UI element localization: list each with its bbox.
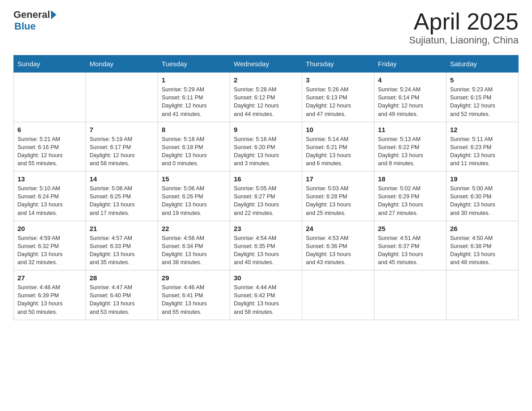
- day-sun-info: Sunrise: 5:06 AM Sunset: 6:26 PM Dayligh…: [162, 184, 226, 217]
- calendar-cell: 11Sunrise: 5:13 AM Sunset: 6:22 PM Dayli…: [374, 122, 446, 171]
- calendar-cell: 21Sunrise: 4:57 AM Sunset: 6:33 PM Dayli…: [86, 221, 158, 270]
- day-number: 3: [306, 76, 370, 84]
- day-number: 20: [17, 225, 82, 232]
- calendar-cell: 28Sunrise: 4:47 AM Sunset: 6:40 PM Dayli…: [86, 270, 158, 320]
- day-number: 9: [234, 126, 298, 133]
- calendar-cell: 30Sunrise: 4:44 AM Sunset: 6:42 PM Dayli…: [230, 270, 302, 320]
- day-number: 12: [450, 126, 515, 133]
- day-sun-info: Sunrise: 5:21 AM Sunset: 6:16 PM Dayligh…: [17, 135, 82, 168]
- calendar-cell: [446, 270, 519, 320]
- calendar-cell: 2Sunrise: 5:28 AM Sunset: 6:12 PM Daylig…: [230, 73, 302, 122]
- calendar-week-row: 20Sunrise: 4:59 AM Sunset: 6:32 PM Dayli…: [14, 221, 519, 270]
- day-number: 24: [306, 225, 370, 232]
- day-sun-info: Sunrise: 4:56 AM Sunset: 6:34 PM Dayligh…: [162, 234, 226, 267]
- day-sun-info: Sunrise: 4:57 AM Sunset: 6:33 PM Dayligh…: [90, 234, 154, 267]
- day-number: 8: [162, 126, 226, 133]
- day-sun-info: Sunrise: 4:47 AM Sunset: 6:40 PM Dayligh…: [90, 283, 154, 316]
- calendar-week-row: 1Sunrise: 5:29 AM Sunset: 6:11 PM Daylig…: [14, 73, 519, 122]
- logo: General Blue: [13, 9, 57, 32]
- calendar-cell: 15Sunrise: 5:06 AM Sunset: 6:26 PM Dayli…: [158, 171, 230, 221]
- day-number: 5: [450, 76, 515, 84]
- calendar-cell: 23Sunrise: 4:54 AM Sunset: 6:35 PM Dayli…: [230, 221, 302, 270]
- day-sun-info: Sunrise: 5:28 AM Sunset: 6:12 PM Dayligh…: [234, 86, 298, 118]
- day-number: 6: [17, 126, 82, 133]
- day-number: 2: [234, 76, 298, 84]
- calendar-subtitle: Sujiatun, Liaoning, China: [409, 34, 519, 46]
- calendar-cell: [86, 73, 158, 122]
- column-header-thursday: Thursday: [302, 56, 374, 73]
- calendar-cell: 12Sunrise: 5:11 AM Sunset: 6:23 PM Dayli…: [446, 122, 519, 171]
- logo-blue-text: Blue: [14, 21, 36, 32]
- calendar-cell: 1Sunrise: 5:29 AM Sunset: 6:11 PM Daylig…: [158, 73, 230, 122]
- calendar-cell: 7Sunrise: 5:19 AM Sunset: 6:17 PM Daylig…: [86, 122, 158, 171]
- column-header-sunday: Sunday: [14, 56, 86, 73]
- day-sun-info: Sunrise: 5:03 AM Sunset: 6:28 PM Dayligh…: [306, 184, 370, 217]
- day-number: 22: [162, 225, 226, 232]
- calendar-cell: 25Sunrise: 4:51 AM Sunset: 6:37 PM Dayli…: [374, 221, 446, 270]
- calendar-cell: 19Sunrise: 5:00 AM Sunset: 6:30 PM Dayli…: [446, 171, 519, 221]
- calendar-cell: 5Sunrise: 5:23 AM Sunset: 6:15 PM Daylig…: [446, 73, 519, 122]
- day-sun-info: Sunrise: 4:54 AM Sunset: 6:35 PM Dayligh…: [234, 234, 298, 267]
- column-header-tuesday: Tuesday: [158, 56, 230, 73]
- calendar-week-row: 13Sunrise: 5:10 AM Sunset: 6:24 PM Dayli…: [14, 171, 519, 221]
- calendar-cell: 20Sunrise: 4:59 AM Sunset: 6:32 PM Dayli…: [14, 221, 86, 270]
- page-header: General Blue April 2025 Sujiatun, Liaoni…: [13, 9, 519, 46]
- day-number: 29: [162, 274, 226, 282]
- calendar-week-row: 27Sunrise: 4:48 AM Sunset: 6:39 PM Dayli…: [14, 270, 519, 320]
- calendar-cell: 16Sunrise: 5:05 AM Sunset: 6:27 PM Dayli…: [230, 171, 302, 221]
- calendar-cell: 14Sunrise: 5:08 AM Sunset: 6:25 PM Dayli…: [86, 171, 158, 221]
- calendar-cell: [14, 73, 86, 122]
- day-number: 15: [162, 175, 226, 183]
- day-sun-info: Sunrise: 5:05 AM Sunset: 6:27 PM Dayligh…: [234, 184, 298, 217]
- calendar-cell: 17Sunrise: 5:03 AM Sunset: 6:28 PM Dayli…: [302, 171, 374, 221]
- day-sun-info: Sunrise: 5:14 AM Sunset: 6:21 PM Dayligh…: [306, 135, 370, 168]
- day-number: 14: [90, 175, 154, 183]
- calendar-title: April 2025: [409, 9, 519, 34]
- day-sun-info: Sunrise: 5:26 AM Sunset: 6:13 PM Dayligh…: [306, 86, 370, 118]
- title-block: April 2025 Sujiatun, Liaoning, China: [409, 9, 519, 46]
- calendar-cell: 29Sunrise: 4:46 AM Sunset: 6:41 PM Dayli…: [158, 270, 230, 320]
- day-sun-info: Sunrise: 5:10 AM Sunset: 6:24 PM Dayligh…: [17, 184, 82, 217]
- day-sun-info: Sunrise: 5:13 AM Sunset: 6:22 PM Dayligh…: [378, 135, 442, 168]
- calendar-cell: 9Sunrise: 5:16 AM Sunset: 6:20 PM Daylig…: [230, 122, 302, 171]
- day-sun-info: Sunrise: 4:50 AM Sunset: 6:38 PM Dayligh…: [450, 234, 515, 267]
- day-number: 16: [234, 175, 298, 183]
- logo-arrow-icon: [51, 10, 56, 19]
- day-sun-info: Sunrise: 5:29 AM Sunset: 6:11 PM Dayligh…: [162, 86, 226, 118]
- day-sun-info: Sunrise: 5:24 AM Sunset: 6:14 PM Dayligh…: [378, 86, 442, 118]
- day-sun-info: Sunrise: 5:02 AM Sunset: 6:29 PM Dayligh…: [378, 184, 442, 217]
- day-number: 10: [306, 126, 370, 133]
- calendar-cell: 10Sunrise: 5:14 AM Sunset: 6:21 PM Dayli…: [302, 122, 374, 171]
- calendar-cell: 6Sunrise: 5:21 AM Sunset: 6:16 PM Daylig…: [14, 122, 86, 171]
- calendar-cell: 27Sunrise: 4:48 AM Sunset: 6:39 PM Dayli…: [14, 270, 86, 320]
- day-sun-info: Sunrise: 4:44 AM Sunset: 6:42 PM Dayligh…: [234, 283, 298, 316]
- day-number: 25: [378, 225, 442, 232]
- logo-general-text: General: [13, 9, 50, 21]
- calendar-cell: 8Sunrise: 5:18 AM Sunset: 6:18 PM Daylig…: [158, 122, 230, 171]
- day-sun-info: Sunrise: 4:51 AM Sunset: 6:37 PM Dayligh…: [378, 234, 442, 267]
- column-header-saturday: Saturday: [446, 56, 519, 73]
- day-number: 4: [378, 76, 442, 84]
- calendar-cell: [374, 270, 446, 320]
- day-number: 7: [90, 126, 154, 133]
- day-number: 26: [450, 225, 515, 232]
- calendar-cell: 22Sunrise: 4:56 AM Sunset: 6:34 PM Dayli…: [158, 221, 230, 270]
- calendar-cell: 4Sunrise: 5:24 AM Sunset: 6:14 PM Daylig…: [374, 73, 446, 122]
- day-number: 30: [234, 274, 298, 282]
- column-header-friday: Friday: [374, 56, 446, 73]
- day-sun-info: Sunrise: 5:19 AM Sunset: 6:17 PM Dayligh…: [90, 135, 154, 168]
- day-number: 23: [234, 225, 298, 232]
- day-sun-info: Sunrise: 5:11 AM Sunset: 6:23 PM Dayligh…: [450, 135, 515, 168]
- calendar-cell: 26Sunrise: 4:50 AM Sunset: 6:38 PM Dayli…: [446, 221, 519, 270]
- day-number: 1: [162, 76, 226, 84]
- day-sun-info: Sunrise: 5:16 AM Sunset: 6:20 PM Dayligh…: [234, 135, 298, 168]
- day-sun-info: Sunrise: 4:53 AM Sunset: 6:36 PM Dayligh…: [306, 234, 370, 267]
- day-sun-info: Sunrise: 5:23 AM Sunset: 6:15 PM Dayligh…: [450, 86, 515, 118]
- day-number: 19: [450, 175, 515, 183]
- calendar-cell: 24Sunrise: 4:53 AM Sunset: 6:36 PM Dayli…: [302, 221, 374, 270]
- calendar-cell: 18Sunrise: 5:02 AM Sunset: 6:29 PM Dayli…: [374, 171, 446, 221]
- calendar-table: SundayMondayTuesdayWednesdayThursdayFrid…: [13, 55, 519, 320]
- day-number: 27: [17, 274, 82, 282]
- day-sun-info: Sunrise: 5:08 AM Sunset: 6:25 PM Dayligh…: [90, 184, 154, 217]
- column-header-monday: Monday: [86, 56, 158, 73]
